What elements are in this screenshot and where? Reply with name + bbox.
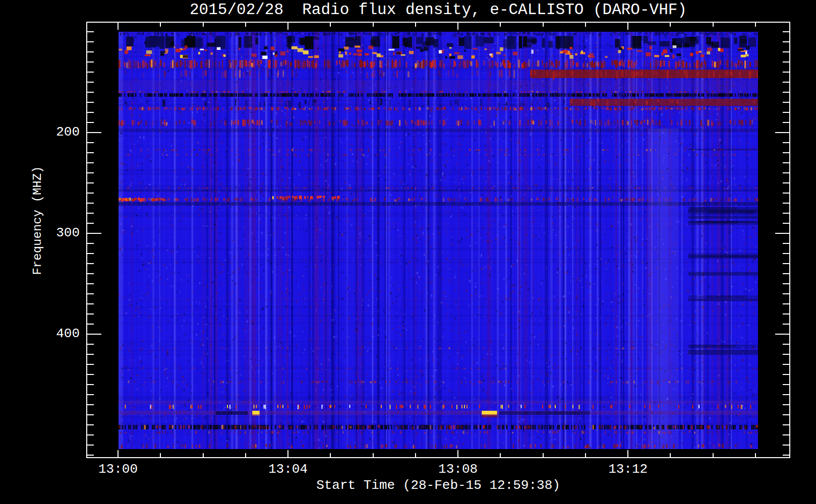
- tick-mark: [87, 263, 94, 264]
- tick-mark: [160, 23, 161, 27]
- x-tick-label: 13:08: [423, 462, 493, 477]
- tick-mark: [457, 450, 458, 457]
- tick-mark: [87, 283, 94, 284]
- tick-mark: [783, 293, 789, 294]
- tick-mark: [87, 424, 94, 425]
- tick-mark: [87, 445, 94, 446]
- tick-mark: [87, 92, 94, 93]
- tick-mark: [373, 23, 374, 27]
- tick-mark: [783, 182, 789, 183]
- tick-mark: [783, 51, 789, 52]
- tick-mark: [783, 374, 789, 375]
- plot-frame: [86, 22, 790, 458]
- tick-mark: [87, 41, 94, 42]
- y-axis-label: Frequency (MHZ): [31, 115, 44, 327]
- tick-mark: [783, 172, 789, 173]
- tick-mark: [783, 162, 789, 163]
- tick-mark: [500, 23, 501, 27]
- tick-mark: [203, 453, 204, 457]
- tick-mark: [783, 354, 789, 355]
- tick-mark: [585, 23, 586, 27]
- tick-mark: [713, 453, 714, 457]
- tick-mark: [783, 213, 789, 214]
- tick-mark: [627, 23, 628, 30]
- tick-mark: [87, 394, 94, 395]
- tick-mark: [415, 23, 416, 27]
- tick-mark: [87, 213, 94, 214]
- tick-mark: [783, 142, 789, 143]
- tick-mark: [783, 445, 789, 446]
- tick-mark: [783, 203, 789, 204]
- tick-mark: [783, 273, 789, 274]
- tick-mark: [783, 313, 789, 314]
- tick-mark: [87, 172, 94, 173]
- tick-mark: [670, 453, 671, 457]
- tick-mark: [670, 23, 671, 27]
- tick-mark: [783, 424, 789, 425]
- tick-mark: [87, 303, 94, 304]
- tick-mark: [87, 273, 94, 274]
- tick-mark: [87, 142, 94, 143]
- tick-mark: [755, 23, 756, 27]
- spectrogram-figure: 2015/02/28 Radio flux density, e-CALLIST…: [0, 0, 816, 504]
- tick-mark: [783, 193, 789, 194]
- tick-mark: [713, 23, 714, 27]
- tick-mark: [627, 450, 628, 457]
- tick-mark: [87, 152, 94, 153]
- tick-mark: [783, 344, 789, 345]
- tick-mark: [500, 453, 501, 457]
- tick-mark: [457, 23, 458, 30]
- x-tick-label: 13:00: [83, 462, 153, 477]
- tick-mark: [87, 324, 94, 325]
- tick-mark: [783, 72, 789, 73]
- tick-mark: [87, 344, 94, 345]
- tick-mark: [87, 51, 94, 52]
- y-tick-label: 300: [28, 225, 80, 240]
- tick-mark: [783, 364, 789, 365]
- tick-mark: [775, 233, 789, 234]
- tick-mark: [87, 72, 94, 73]
- y-tick-label: 200: [28, 124, 80, 140]
- tick-mark: [783, 455, 789, 456]
- tick-mark: [87, 233, 101, 234]
- tick-mark: [783, 394, 789, 395]
- tick-mark: [775, 334, 789, 335]
- tick-mark: [87, 404, 94, 405]
- tick-mark: [87, 182, 94, 183]
- tick-mark: [118, 23, 119, 30]
- x-axis-label: Start Time (28-Feb-15 12:59:38): [86, 478, 790, 493]
- tick-mark: [415, 453, 416, 457]
- tick-mark: [87, 434, 94, 435]
- tick-mark: [87, 132, 101, 133]
- tick-mark: [87, 112, 94, 113]
- tick-mark: [203, 23, 204, 27]
- tick-mark: [783, 434, 789, 435]
- tick-mark: [755, 453, 756, 457]
- tick-mark: [775, 132, 789, 133]
- tick-mark: [87, 414, 94, 415]
- chart-title: 2015/02/28 Radio flux density, e-CALLIST…: [86, 1, 790, 19]
- tick-mark: [87, 354, 94, 355]
- tick-mark: [245, 453, 246, 457]
- tick-mark: [783, 223, 789, 224]
- tick-mark: [783, 263, 789, 264]
- tick-mark: [245, 23, 246, 27]
- tick-mark: [783, 404, 789, 405]
- tick-mark: [87, 31, 94, 32]
- tick-mark: [287, 450, 288, 457]
- tick-mark: [373, 453, 374, 457]
- tick-mark: [783, 243, 789, 244]
- tick-mark: [87, 102, 94, 103]
- tick-mark: [783, 324, 789, 325]
- tick-mark: [783, 61, 789, 62]
- tick-mark: [87, 193, 94, 194]
- tick-mark: [87, 203, 94, 204]
- tick-mark: [87, 293, 94, 294]
- tick-mark: [543, 453, 544, 457]
- tick-mark: [87, 455, 94, 456]
- tick-mark: [783, 414, 789, 415]
- tick-mark: [783, 283, 789, 284]
- tick-mark: [87, 313, 94, 314]
- x-tick-label: 13:04: [253, 462, 323, 477]
- tick-mark: [287, 23, 288, 30]
